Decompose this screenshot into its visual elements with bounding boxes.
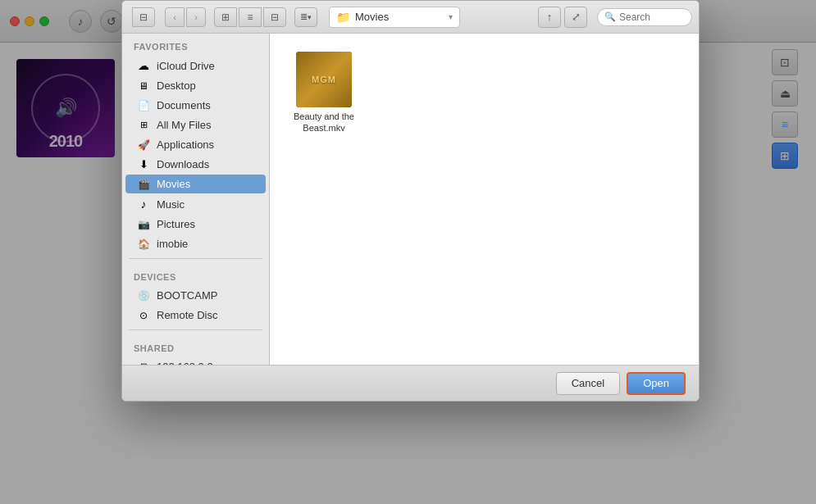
sidebar-icon: ⊟	[139, 11, 148, 23]
devices-label: Devices	[122, 264, 269, 285]
sidebar-item-music[interactable]: ♪ Music	[125, 194, 266, 214]
sidebar-item-imobie-label: imobie	[157, 238, 188, 250]
location-chevron-icon: ▾	[449, 12, 453, 21]
sidebar-item-remote-disc[interactable]: ⊙ Remote Disc	[125, 306, 266, 325]
documents-icon: 📄	[137, 100, 150, 111]
list-view-button[interactable]: ≡	[239, 7, 262, 27]
view-buttons: ⊟	[132, 7, 155, 27]
shared-label: Shared	[122, 335, 269, 356]
sidebar-divider-shared	[129, 329, 262, 330]
action-buttons: ↑ ⤢	[538, 7, 587, 28]
dialog-back-icon: ‹	[173, 12, 176, 22]
dialog-content-area: Beauty and theBeast.mkv	[270, 34, 699, 365]
sidebar-item-movies-label: Movies	[157, 178, 190, 190]
sidebar-item-downloads-label: Downloads	[157, 158, 209, 170]
arrange-icon: ≣	[300, 11, 308, 22]
sidebar-divider-devices	[129, 258, 262, 259]
dialog-nav-buttons: ‹ ›	[165, 7, 206, 27]
fullscreen-button[interactable]: ⤢	[564, 7, 587, 28]
sidebar-item-all-my-files-label: All My Files	[157, 119, 211, 131]
column-view-button[interactable]: ⊟	[263, 7, 286, 27]
remote-disc-icon: ⊙	[137, 310, 150, 321]
arrange-chevron: ▾	[308, 13, 312, 21]
dialog-body: Favorites ☁ iCloud Drive 🖥 Desktop 📄 Doc…	[122, 34, 699, 365]
sidebar-item-bootcamp-label: BOOTCAMP	[157, 289, 217, 302]
share-icon: ↑	[547, 11, 553, 23]
dialog-titlebar: ⊟ ‹ › ⊞ ≡ ⊟ ≣ ▾	[122, 1, 699, 34]
mgm-logo	[296, 52, 352, 107]
sidebar-item-bootcamp[interactable]: 💿 BOOTCAMP	[125, 286, 266, 305]
dialog-overlay: ⊟ ‹ › ⊞ ≡ ⊟ ≣ ▾	[0, 0, 816, 504]
dialog-forward-button[interactable]: ›	[186, 7, 206, 27]
downloads-icon: ⬇	[137, 158, 150, 170]
sidebar-item-downloads[interactable]: ⬇ Downloads	[125, 155, 266, 174]
icon-view-button[interactable]: ⊞	[214, 7, 237, 27]
dialog-footer: Cancel Open	[122, 365, 699, 401]
sidebar-item-documents[interactable]: 📄 Documents	[125, 96, 266, 115]
sidebar-item-movies[interactable]: 🎬 Movies	[125, 175, 266, 193]
dialog-back-button[interactable]: ‹	[165, 7, 185, 27]
music-sidebar-icon: ♪	[137, 198, 150, 211]
search-icon: 🔍	[604, 11, 616, 22]
share-button[interactable]: ↑	[538, 7, 561, 28]
file-thumbnail	[296, 52, 352, 107]
sidebar-item-pictures[interactable]: 📷 Pictures	[125, 215, 266, 234]
applications-icon: 🚀	[137, 139, 150, 151]
location-label: Movies	[355, 11, 444, 23]
file-item-beauty-beast[interactable]: Beauty and theBeast.mkv	[283, 47, 365, 139]
folder-icon: 📁	[336, 11, 350, 24]
sidebar-item-pictures-label: Pictures	[157, 218, 195, 230]
movies-icon: 🎬	[137, 179, 150, 190]
dialog-forward-icon: ›	[194, 12, 198, 22]
open-button[interactable]: Open	[627, 372, 686, 395]
fullscreen-icon: ⤢	[572, 11, 581, 23]
all-my-files-icon: ⊞	[137, 120, 150, 130]
bootcamp-icon: 💿	[137, 290, 150, 302]
sidebar-item-music-label: Music	[157, 198, 185, 211]
sidebar-item-documents-label: Documents	[157, 99, 211, 111]
pictures-icon: 📷	[137, 219, 150, 230]
sidebar-item-imobie[interactable]: 🏠 imobie	[125, 234, 266, 253]
cancel-button[interactable]: Cancel	[556, 372, 620, 395]
view-mode-buttons: ⊞ ≡ ⊟	[214, 7, 286, 27]
icloud-drive-icon: ☁	[137, 59, 150, 72]
imobie-icon: 🏠	[137, 238, 150, 250]
sidebar-item-icloud-drive-label: iCloud Drive	[157, 60, 215, 72]
arrange-button[interactable]: ≣ ▾	[294, 7, 317, 27]
sidebar-item-remote-disc-label: Remote Disc	[157, 309, 217, 321]
file-label: Beauty and theBeast.mkv	[294, 111, 354, 134]
sidebar-item-desktop-label: Desktop	[157, 79, 196, 92]
sidebar-item-applications[interactable]: 🚀 Applications	[125, 135, 266, 154]
favorites-label: Favorites	[122, 34, 269, 55]
sidebar-item-applications-label: Applications	[157, 138, 214, 151]
sidebar-item-ip[interactable]: 🖥 192.168.0.2	[125, 357, 266, 365]
location-selector[interactable]: 📁 Movies ▾	[329, 7, 460, 28]
sidebar-item-desktop[interactable]: 🖥 Desktop	[125, 76, 266, 95]
open-dialog: ⊟ ‹ › ⊞ ≡ ⊟ ≣ ▾	[121, 0, 700, 402]
search-input[interactable]	[619, 11, 685, 23]
search-box[interactable]: 🔍	[597, 8, 692, 26]
sidebar-item-all-my-files[interactable]: ⊞ All My Files	[125, 116, 266, 134]
desktop-icon: 🖥	[137, 80, 150, 92]
dialog-sidebar: Favorites ☁ iCloud Drive 🖥 Desktop 📄 Doc…	[122, 34, 270, 365]
sidebar-item-icloud-drive[interactable]: ☁ iCloud Drive	[125, 56, 266, 75]
sidebar-toggle-button[interactable]: ⊟	[132, 7, 155, 27]
